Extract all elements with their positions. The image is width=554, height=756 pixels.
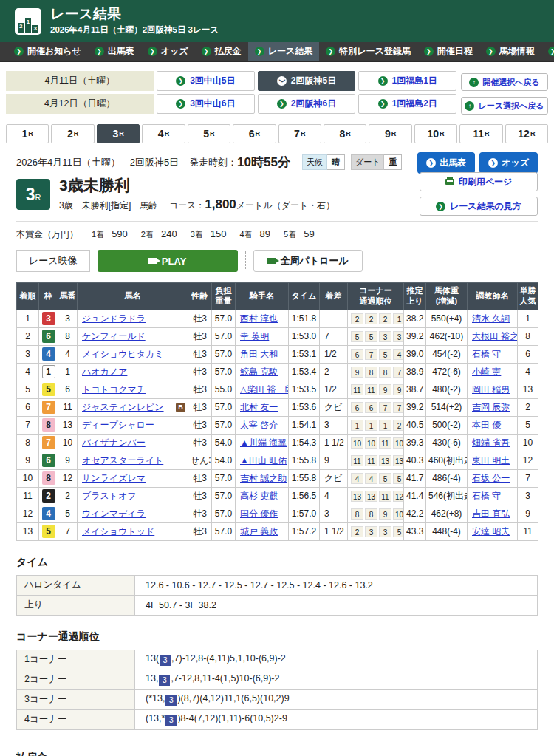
column-header: 性齢 bbox=[188, 283, 212, 310]
nav-item[interactable]: ❯ 払戻金 bbox=[195, 42, 248, 61]
jockey-cell: 高杉 吏麒 bbox=[236, 487, 289, 505]
time-section-title: タイム bbox=[16, 556, 538, 569]
race-tab[interactable]: 1R bbox=[6, 124, 49, 143]
trainer-link[interactable]: 畑端 省吾 bbox=[472, 437, 510, 448]
trainer-link[interactable]: 石坂 公一 bbox=[472, 473, 510, 483]
horse-name-link[interactable]: ディープシャロー bbox=[82, 420, 154, 430]
horse-name-link[interactable]: バイザナンバー bbox=[82, 437, 146, 448]
trainer-link[interactable]: 吉岡 辰弥 bbox=[472, 402, 510, 412]
corner-order: (*13,3)(8,7)(4,12)11,1(6,5)(10,2)9 bbox=[135, 689, 538, 709]
venue-button[interactable]: ❯ 3回中山6日 bbox=[157, 94, 255, 114]
race-tab[interactable]: 9R bbox=[369, 124, 411, 143]
venue-button[interactable]: ❯ 2回阪神6日 bbox=[258, 94, 356, 114]
result-guide-button[interactable]: ❯ レース結果の見方 bbox=[420, 197, 538, 216]
back-to-kaisai-button[interactable]: ↑ 開催選択へ戻る bbox=[461, 73, 548, 91]
table-row: 2コーナー 13,3,7-12,8,11-4(1,5)10-(6,9)-2 bbox=[17, 670, 538, 689]
jockey-link[interactable]: 幸 英明 bbox=[240, 331, 269, 341]
horse-name-link[interactable]: トコトコクマチ bbox=[82, 384, 146, 395]
jockey-link[interactable]: 西村 淳也 bbox=[240, 313, 278, 324]
sex-age: 牡3 bbox=[188, 505, 212, 522]
arrow-right-icon: ❯ bbox=[176, 76, 185, 86]
trainer-cell: 大根田 裕之 bbox=[468, 327, 518, 345]
trainer-link[interactable]: 大根田 裕之 bbox=[472, 331, 518, 341]
horse-number: 11 bbox=[58, 398, 78, 416]
nav-item[interactable]: ❯ 馬場情報 bbox=[479, 42, 541, 61]
print-page-button[interactable]: 印刷用ページ bbox=[420, 172, 538, 191]
race-tab[interactable]: 11R bbox=[459, 124, 502, 143]
margin: 7 bbox=[320, 327, 348, 345]
table-row: 6 7 11 ジャスティンレビンB 牡3 57.0 北村 友一 1:53.6 ク… bbox=[17, 398, 538, 416]
horse-name-link[interactable]: ジャスティンレビン bbox=[82, 402, 164, 412]
horse-name-link[interactable]: ウインマデイラ bbox=[82, 508, 146, 519]
trainer-link[interactable]: 石橋 守 bbox=[472, 491, 501, 501]
venue-button[interactable]: ❯ 3回中山5日 bbox=[157, 71, 255, 91]
jockey-link[interactable]: 吉村 誠之助 bbox=[240, 473, 287, 483]
horse-name-link[interactable]: ハオカノア bbox=[82, 367, 127, 377]
finish-position: 5 bbox=[17, 381, 39, 398]
race-tab[interactable]: 6R bbox=[233, 124, 276, 143]
jockey-link[interactable]: 国分 優作 bbox=[240, 508, 278, 519]
horse-number: 3 bbox=[58, 310, 78, 327]
venue-button[interactable]: ❯ 1回福島2日 bbox=[358, 94, 456, 114]
jockey-link[interactable]: ▲田山 旺佑 bbox=[240, 455, 287, 466]
race-tab[interactable]: 5R bbox=[188, 124, 230, 143]
trainer-link[interactable]: 安達 昭夫 bbox=[472, 526, 510, 537]
nav-item[interactable]: ❯ オッズ bbox=[141, 42, 195, 61]
trainer-link[interactable]: 吉田 直弘 bbox=[472, 508, 510, 519]
horse-name-link[interactable]: ケンフィールド bbox=[82, 331, 146, 341]
page-title: レース結果 bbox=[50, 7, 219, 22]
horse-name-link[interactable]: オセアスターライト bbox=[82, 455, 163, 466]
jockey-link[interactable]: 城戸 義政 bbox=[240, 526, 278, 537]
nav-item[interactable]: ❯ 特別レース登録馬 bbox=[319, 42, 417, 61]
arrow-up-icon: ↑ bbox=[469, 78, 479, 87]
patrol-video-button[interactable]: 全周パトロール bbox=[253, 250, 363, 272]
race-tab[interactable]: 3R bbox=[97, 124, 140, 143]
race-tab[interactable]: 10R bbox=[414, 124, 457, 143]
horse-name-link[interactable]: ブラストオフ bbox=[82, 491, 137, 501]
race-tab[interactable]: 8R bbox=[324, 124, 366, 143]
trainer-link[interactable]: 小崎 憲 bbox=[472, 367, 501, 377]
highlighted-horse-3: 3 bbox=[165, 695, 177, 706]
nav-item[interactable]: ❯ 出馬表 bbox=[88, 42, 141, 61]
corner-label: 2コーナー bbox=[17, 670, 135, 689]
jockey-link[interactable]: ▲川端 海翼 bbox=[240, 437, 287, 448]
trainer-link[interactable]: 岡田 稲男 bbox=[472, 384, 510, 395]
jockey-link[interactable]: 太宰 啓介 bbox=[240, 420, 278, 430]
odds-button[interactable]: ❯ オッズ bbox=[479, 152, 538, 174]
horse-name-link[interactable]: メイショウヒタカミ bbox=[82, 349, 164, 359]
trainer-link[interactable]: 石橋 守 bbox=[472, 349, 501, 359]
jockey-link[interactable]: 北村 友一 bbox=[240, 402, 278, 412]
arrow-right-icon: ❯ bbox=[378, 76, 388, 86]
race-tab[interactable]: 12R bbox=[505, 124, 548, 143]
race-tab[interactable]: 4R bbox=[142, 124, 185, 143]
nav-item[interactable]: ❯ 開催お知らせ bbox=[7, 42, 88, 61]
race-tab[interactable]: 7R bbox=[278, 124, 321, 143]
venue-button[interactable]: ❮ 2回阪神5日 bbox=[258, 71, 356, 91]
race-tab[interactable]: 2R bbox=[51, 124, 94, 143]
back-to-race-select-button[interactable]: ↑ レース選択へ戻る bbox=[461, 97, 548, 115]
trainer-link[interactable]: 本田 優 bbox=[472, 420, 501, 430]
trainer-link[interactable]: 東田 明土 bbox=[472, 455, 510, 466]
race-number-tabs: 1R 2R 3R 4R 5R 6R 7R 8R 9R 10 bbox=[6, 124, 548, 143]
finish-position: 8 bbox=[17, 434, 39, 452]
horse-name-link[interactable]: メイショウトッド bbox=[82, 526, 154, 537]
nav-item[interactable]: ❯ レース結果 bbox=[248, 42, 320, 61]
main-nav: ❯ 開催お知らせ ❯ 出馬表 ❯ オッズ ❯ 払戻金 ❯ レース結果 ❯ 特別レ… bbox=[0, 42, 554, 62]
horse-name-link[interactable]: ジュンドラドラ bbox=[82, 313, 146, 324]
trainer-cell: 東田 明土 bbox=[468, 452, 518, 469]
venue-button[interactable]: ❯ 1回福島1日 bbox=[358, 71, 456, 91]
divider bbox=[16, 221, 538, 222]
arrow-right-icon: ❯ bbox=[486, 47, 496, 56]
horse-name-link[interactable]: サンライズレマ bbox=[82, 473, 146, 483]
nav-item[interactable]: ❯ 今週の注目レース bbox=[541, 42, 554, 61]
jockey-link[interactable]: 角田 大和 bbox=[240, 349, 278, 359]
horse-number: 12 bbox=[58, 469, 78, 487]
jockey-link[interactable]: △柴田 裕一郎 bbox=[240, 384, 289, 395]
play-button[interactable]: PLAY bbox=[98, 250, 238, 272]
trainer-link[interactable]: 清水 久詞 bbox=[472, 313, 510, 324]
jockey-link[interactable]: 高杉 吏麒 bbox=[240, 491, 278, 501]
nav-item[interactable]: ❯ 開催日程 bbox=[417, 42, 479, 61]
jockey-link[interactable]: 鮫島 克駿 bbox=[240, 367, 278, 377]
shutsuba-button[interactable]: ❯ 出馬表 bbox=[417, 152, 475, 174]
table-row: 1コーナー 13(3,7)-12,8-(4,11)5,1,10-(6,9)-2 bbox=[17, 650, 538, 670]
